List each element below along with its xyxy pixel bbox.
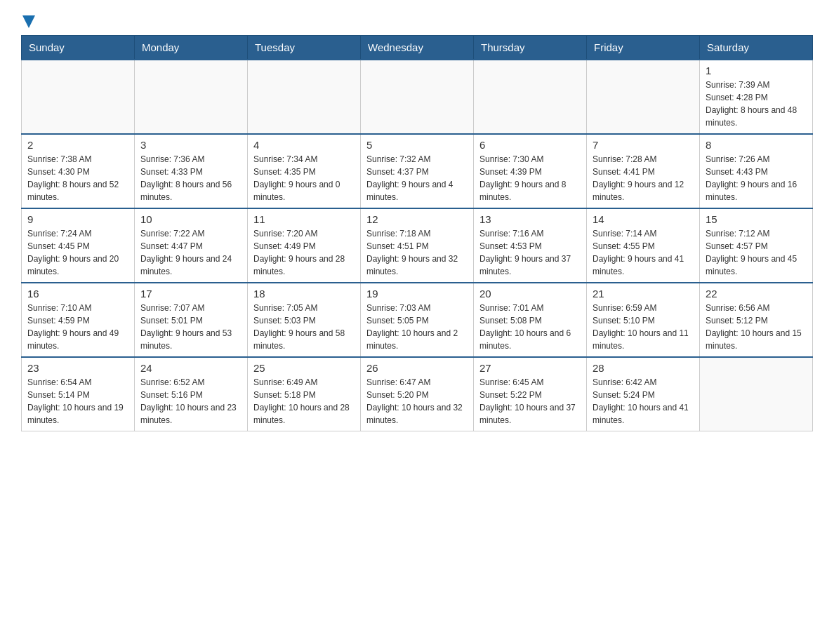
logo-triangle-icon bbox=[22, 15, 35, 28]
day-number: 21 bbox=[593, 288, 694, 300]
day-info: Sunrise: 6:47 AM Sunset: 5:20 PM Dayligh… bbox=[366, 376, 468, 427]
page-header bbox=[21, 14, 813, 28]
day-number: 24 bbox=[140, 362, 241, 374]
day-info: Sunrise: 7:10 AM Sunset: 4:59 PM Dayligh… bbox=[27, 302, 128, 352]
day-number: 19 bbox=[366, 288, 468, 300]
calendar-cell: 20Sunrise: 7:01 AM Sunset: 5:08 PM Dayli… bbox=[474, 283, 587, 357]
day-number: 15 bbox=[706, 213, 807, 225]
day-number: 17 bbox=[140, 288, 241, 300]
day-info: Sunrise: 7:05 AM Sunset: 5:03 PM Dayligh… bbox=[253, 302, 355, 352]
calendar-cell: 21Sunrise: 6:59 AM Sunset: 5:10 PM Dayli… bbox=[587, 283, 700, 357]
day-info: Sunrise: 7:14 AM Sunset: 4:55 PM Dayligh… bbox=[593, 227, 694, 278]
calendar-cell bbox=[135, 60, 248, 134]
calendar-cell: 2Sunrise: 7:38 AM Sunset: 4:30 PM Daylig… bbox=[22, 134, 135, 208]
day-info: Sunrise: 7:20 AM Sunset: 4:49 PM Dayligh… bbox=[253, 227, 355, 278]
calendar-cell bbox=[700, 357, 813, 431]
calendar-cell: 8Sunrise: 7:26 AM Sunset: 4:43 PM Daylig… bbox=[700, 134, 813, 208]
day-info: Sunrise: 6:45 AM Sunset: 5:22 PM Dayligh… bbox=[479, 376, 581, 427]
calendar-table: SundayMondayTuesdayWednesdayThursdayFrid… bbox=[21, 35, 813, 431]
calendar-week-row: 23Sunrise: 6:54 AM Sunset: 5:14 PM Dayli… bbox=[22, 357, 813, 431]
day-number: 14 bbox=[593, 213, 694, 225]
day-number: 25 bbox=[253, 362, 355, 374]
day-number: 3 bbox=[140, 139, 241, 151]
day-info: Sunrise: 6:52 AM Sunset: 5:16 PM Dayligh… bbox=[140, 376, 241, 427]
calendar-cell: 17Sunrise: 7:07 AM Sunset: 5:01 PM Dayli… bbox=[135, 283, 248, 357]
day-of-week-header: Thursday bbox=[474, 36, 587, 60]
day-info: Sunrise: 7:39 AM Sunset: 4:28 PM Dayligh… bbox=[706, 79, 807, 129]
day-of-week-header: Sunday bbox=[22, 36, 135, 60]
day-info: Sunrise: 7:28 AM Sunset: 4:41 PM Dayligh… bbox=[593, 153, 694, 203]
calendar-cell: 18Sunrise: 7:05 AM Sunset: 5:03 PM Dayli… bbox=[248, 283, 361, 357]
day-number: 12 bbox=[366, 213, 468, 225]
calendar-cell: 16Sunrise: 7:10 AM Sunset: 4:59 PM Dayli… bbox=[22, 283, 135, 357]
calendar-cell: 14Sunrise: 7:14 AM Sunset: 4:55 PM Dayli… bbox=[587, 208, 700, 283]
day-info: Sunrise: 7:34 AM Sunset: 4:35 PM Dayligh… bbox=[253, 153, 355, 203]
calendar-cell: 26Sunrise: 6:47 AM Sunset: 5:20 PM Dayli… bbox=[361, 357, 474, 431]
day-info: Sunrise: 7:38 AM Sunset: 4:30 PM Dayligh… bbox=[27, 153, 128, 203]
day-info: Sunrise: 7:36 AM Sunset: 4:33 PM Dayligh… bbox=[140, 153, 241, 203]
day-number: 28 bbox=[593, 362, 694, 374]
calendar-cell: 19Sunrise: 7:03 AM Sunset: 5:05 PM Dayli… bbox=[361, 283, 474, 357]
day-number: 9 bbox=[27, 213, 128, 225]
calendar-cell: 1Sunrise: 7:39 AM Sunset: 4:28 PM Daylig… bbox=[700, 60, 813, 134]
day-number: 22 bbox=[706, 288, 807, 300]
calendar-cell: 9Sunrise: 7:24 AM Sunset: 4:45 PM Daylig… bbox=[22, 208, 135, 283]
calendar-cell: 13Sunrise: 7:16 AM Sunset: 4:53 PM Dayli… bbox=[474, 208, 587, 283]
day-info: Sunrise: 6:49 AM Sunset: 5:18 PM Dayligh… bbox=[253, 376, 355, 427]
calendar-cell bbox=[22, 60, 135, 134]
day-of-week-header: Wednesday bbox=[361, 36, 474, 60]
calendar-cell: 7Sunrise: 7:28 AM Sunset: 4:41 PM Daylig… bbox=[587, 134, 700, 208]
calendar-cell: 5Sunrise: 7:32 AM Sunset: 4:37 PM Daylig… bbox=[361, 134, 474, 208]
calendar-week-row: 16Sunrise: 7:10 AM Sunset: 4:59 PM Dayli… bbox=[22, 283, 813, 357]
day-info: Sunrise: 7:03 AM Sunset: 5:05 PM Dayligh… bbox=[366, 302, 468, 352]
day-info: Sunrise: 7:18 AM Sunset: 4:51 PM Dayligh… bbox=[366, 227, 468, 278]
calendar-week-row: 9Sunrise: 7:24 AM Sunset: 4:45 PM Daylig… bbox=[22, 208, 813, 283]
svg-marker-0 bbox=[22, 15, 35, 28]
day-info: Sunrise: 7:12 AM Sunset: 4:57 PM Dayligh… bbox=[706, 227, 807, 278]
day-info: Sunrise: 7:07 AM Sunset: 5:01 PM Dayligh… bbox=[140, 302, 241, 352]
day-info: Sunrise: 6:54 AM Sunset: 5:14 PM Dayligh… bbox=[27, 376, 128, 427]
calendar-cell bbox=[474, 60, 587, 134]
calendar-cell: 25Sunrise: 6:49 AM Sunset: 5:18 PM Dayli… bbox=[248, 357, 361, 431]
calendar-cell: 24Sunrise: 6:52 AM Sunset: 5:16 PM Dayli… bbox=[135, 357, 248, 431]
day-number: 7 bbox=[593, 139, 694, 151]
calendar-header-row: SundayMondayTuesdayWednesdayThursdayFrid… bbox=[22, 36, 813, 60]
calendar-cell: 15Sunrise: 7:12 AM Sunset: 4:57 PM Dayli… bbox=[700, 208, 813, 283]
day-number: 18 bbox=[253, 288, 355, 300]
day-number: 6 bbox=[479, 139, 581, 151]
day-info: Sunrise: 7:01 AM Sunset: 5:08 PM Dayligh… bbox=[479, 302, 581, 352]
day-number: 16 bbox=[27, 288, 128, 300]
calendar-cell: 11Sunrise: 7:20 AM Sunset: 4:49 PM Dayli… bbox=[248, 208, 361, 283]
day-info: Sunrise: 6:42 AM Sunset: 5:24 PM Dayligh… bbox=[593, 376, 694, 427]
calendar-cell: 10Sunrise: 7:22 AM Sunset: 4:47 PM Dayli… bbox=[135, 208, 248, 283]
day-number: 11 bbox=[253, 213, 355, 225]
day-info: Sunrise: 7:16 AM Sunset: 4:53 PM Dayligh… bbox=[479, 227, 581, 278]
calendar-cell: 27Sunrise: 6:45 AM Sunset: 5:22 PM Dayli… bbox=[474, 357, 587, 431]
calendar-cell bbox=[361, 60, 474, 134]
logo bbox=[21, 14, 35, 28]
day-of-week-header: Friday bbox=[587, 36, 700, 60]
calendar-cell bbox=[587, 60, 700, 134]
day-of-week-header: Tuesday bbox=[248, 36, 361, 60]
day-info: Sunrise: 7:24 AM Sunset: 4:45 PM Dayligh… bbox=[27, 227, 128, 278]
day-number: 2 bbox=[27, 139, 128, 151]
calendar-week-row: 2Sunrise: 7:38 AM Sunset: 4:30 PM Daylig… bbox=[22, 134, 813, 208]
calendar-cell: 12Sunrise: 7:18 AM Sunset: 4:51 PM Dayli… bbox=[361, 208, 474, 283]
day-info: Sunrise: 7:26 AM Sunset: 4:43 PM Dayligh… bbox=[706, 153, 807, 203]
calendar-cell: 22Sunrise: 6:56 AM Sunset: 5:12 PM Dayli… bbox=[700, 283, 813, 357]
calendar-cell: 23Sunrise: 6:54 AM Sunset: 5:14 PM Dayli… bbox=[22, 357, 135, 431]
day-info: Sunrise: 6:56 AM Sunset: 5:12 PM Dayligh… bbox=[706, 302, 807, 352]
calendar-cell: 4Sunrise: 7:34 AM Sunset: 4:35 PM Daylig… bbox=[248, 134, 361, 208]
day-number: 5 bbox=[366, 139, 468, 151]
calendar-week-row: 1Sunrise: 7:39 AM Sunset: 4:28 PM Daylig… bbox=[22, 60, 813, 134]
day-of-week-header: Saturday bbox=[700, 36, 813, 60]
calendar-cell bbox=[248, 60, 361, 134]
day-info: Sunrise: 7:32 AM Sunset: 4:37 PM Dayligh… bbox=[366, 153, 468, 203]
calendar-cell: 6Sunrise: 7:30 AM Sunset: 4:39 PM Daylig… bbox=[474, 134, 587, 208]
day-number: 10 bbox=[140, 213, 241, 225]
calendar-cell: 3Sunrise: 7:36 AM Sunset: 4:33 PM Daylig… bbox=[135, 134, 248, 208]
day-info: Sunrise: 6:59 AM Sunset: 5:10 PM Dayligh… bbox=[593, 302, 694, 352]
day-number: 4 bbox=[253, 139, 355, 151]
day-number: 23 bbox=[27, 362, 128, 374]
day-info: Sunrise: 7:22 AM Sunset: 4:47 PM Dayligh… bbox=[140, 227, 241, 278]
